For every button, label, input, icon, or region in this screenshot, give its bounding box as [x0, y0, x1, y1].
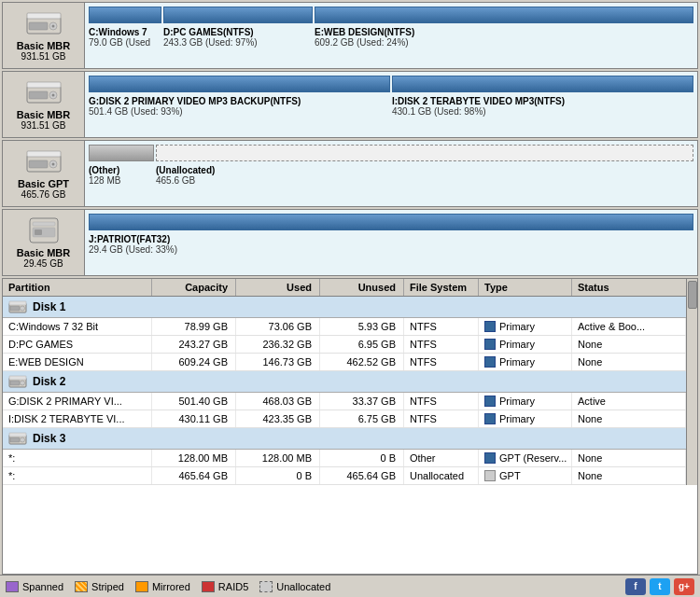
th-capacity[interactable]: Capacity [152, 279, 236, 296]
td-type: Primary [479, 336, 572, 353]
svg-rect-16 [33, 222, 55, 226]
td-partition: *: [3, 467, 152, 484]
disk2-group-icon [8, 374, 27, 389]
svg-rect-11 [27, 151, 61, 157]
td-status: None [572, 336, 686, 353]
legend-raid5-box [202, 581, 215, 592]
disk4-labels: J:PATRIOT(FAT32) 29.4 GB (Used: 33%) [89, 234, 693, 255]
td-status: None [572, 410, 686, 427]
disk4-info: Basic MBR 29.45 GB [3, 210, 85, 275]
svg-rect-1 [27, 13, 61, 19]
table-row[interactable]: G:DISK 2 PRIMARY VI... 501.40 GB 468.03 … [3, 393, 686, 410]
disk3-label: Basic GPT [18, 178, 69, 189]
scrollbar-thumb[interactable] [688, 281, 697, 309]
disk4-label-j: J:PATRIOT(FAT32) 29.4 GB (Used: 33%) [89, 234, 693, 255]
table-row[interactable]: C:Windows 7 32 Bit 78.99 GB 73.06 GB 5.9… [3, 318, 686, 336]
td-filesystem: Unallocated [404, 467, 479, 484]
disk2-label: Basic MBR [17, 109, 70, 120]
disk2-bar-i[interactable] [392, 76, 693, 92]
type-icon [484, 321, 496, 332]
td-status: None [572, 467, 686, 484]
legend-striped: Striped [75, 581, 124, 592]
facebook-button[interactable]: f [625, 578, 646, 595]
td-used: 146.73 GB [236, 354, 320, 370]
svg-point-22 [21, 306, 25, 311]
svg-rect-24 [9, 376, 26, 380]
disk1-bar-d[interactable] [163, 7, 313, 23]
disk1-partitions: C:Windows 7 79.0 GB (Used D:PC GAMES(NTF… [85, 3, 697, 68]
disk1-bar-c[interactable] [89, 7, 161, 23]
partition-table[interactable]: Partition Capacity Used Unused File Syst… [2, 278, 698, 575]
td-status: None [572, 450, 686, 466]
disk4-label: Basic MBR [17, 247, 70, 258]
td-partition: E:WEB DESIGN [3, 354, 152, 370]
svg-rect-25 [10, 381, 20, 385]
th-partition[interactable]: Partition [3, 279, 152, 296]
td-partition: G:DISK 2 PRIMARY VI... [3, 393, 152, 410]
td-used: 423.35 GB [236, 410, 320, 427]
disk2-group-header: Disk 2 [3, 371, 686, 393]
gplus-button[interactable]: g+ [674, 578, 694, 595]
disk2-icon [25, 78, 63, 106]
legend-raid5-label: RAID5 [218, 581, 248, 592]
td-used: 128.00 MB [236, 450, 320, 466]
td-used: 73.06 GB [236, 318, 320, 335]
table-row[interactable]: E:WEB DESIGN 609.24 GB 146.73 GB 462.52 … [3, 354, 686, 371]
disk2-partitions: G:DISK 2 PRIMARY VIDEO MP3 BACKUP(NTFS) … [85, 72, 697, 137]
td-unused: 6.75 GB [320, 410, 404, 427]
th-unused[interactable]: Unused [320, 279, 404, 296]
td-status: None [572, 354, 686, 370]
disk2-group-label: Disk 2 [33, 375, 65, 388]
type-icon [484, 452, 496, 464]
td-type: GPT (Reserv... [479, 450, 572, 466]
status-bar: Spanned Striped Mirrored RAID5 Unallocat… [0, 575, 700, 597]
disk3-group-label: Disk 3 [33, 432, 65, 445]
legend-raid5: RAID5 [202, 581, 248, 592]
svg-rect-7 [29, 91, 48, 99]
disk3-bars [89, 145, 693, 161]
td-filesystem: NTFS [404, 336, 479, 353]
svg-rect-28 [9, 433, 26, 437]
table-row[interactable]: *: 128.00 MB 128.00 MB 0 B Other GPT (Re… [3, 450, 686, 467]
td-partition: I:DISK 2 TERABYTE VI... [3, 410, 152, 427]
disk1-group-label: Disk 1 [33, 300, 65, 313]
disk2-size: 931.51 GB [21, 120, 66, 131]
th-type[interactable]: Type [479, 279, 572, 296]
type-icon [484, 413, 496, 424]
disk3-bar-other[interactable] [89, 145, 154, 161]
disk1-size: 931.51 GB [21, 51, 66, 62]
td-partition: C:Windows 7 32 Bit [3, 318, 152, 335]
svg-point-9 [51, 94, 54, 97]
td-type: Primary [479, 393, 572, 410]
th-filesystem[interactable]: File System [404, 279, 479, 296]
disk4-size: 29.45 GB [23, 258, 63, 269]
table-row[interactable]: D:PC GAMES 243.27 GB 236.32 GB 6.95 GB N… [3, 336, 686, 354]
svg-rect-29 [10, 437, 20, 442]
disk3-icon [25, 147, 63, 175]
disk3-bar-unalloc[interactable] [156, 145, 693, 161]
disk2-bars [89, 76, 693, 92]
table-row[interactable]: I:DISK 2 TERABYTE VI... 430.11 GB 423.35… [3, 410, 686, 428]
th-used[interactable]: Used [236, 279, 320, 296]
svg-rect-12 [29, 160, 48, 168]
svg-point-14 [51, 163, 54, 166]
disk1-label-e: E:WEB DESIGN(NTFS) 609.2 GB (Used: 24%) [315, 27, 693, 48]
disk2-bar-g[interactable] [89, 76, 390, 92]
legend-spanned-label: Spanned [22, 581, 63, 592]
disk4-bar[interactable] [89, 214, 693, 230]
table-row[interactable]: *: 465.64 GB 0 B 465.64 GB Unallocated G… [3, 467, 686, 485]
svg-point-4 [51, 25, 54, 28]
td-capacity: 128.00 MB [152, 450, 236, 466]
svg-rect-2 [29, 22, 48, 30]
disk4-partitions: J:PATRIOT(FAT32) 29.4 GB (Used: 33%) [85, 210, 697, 275]
disk1-bar-e[interactable] [315, 7, 693, 23]
twitter-button[interactable]: t [650, 578, 670, 595]
td-used: 236.32 GB [236, 336, 320, 353]
scrollbar-track[interactable] [686, 279, 697, 485]
td-type: Primary [479, 318, 572, 335]
td-unused: 6.95 GB [320, 336, 404, 353]
th-status[interactable]: Status [572, 279, 686, 296]
legend-spanned: Spanned [6, 581, 63, 592]
td-unused: 0 B [320, 450, 404, 466]
disk2-panel: Basic MBR 931.51 GB G:DISK 2 PRIMARY VID… [2, 71, 698, 138]
